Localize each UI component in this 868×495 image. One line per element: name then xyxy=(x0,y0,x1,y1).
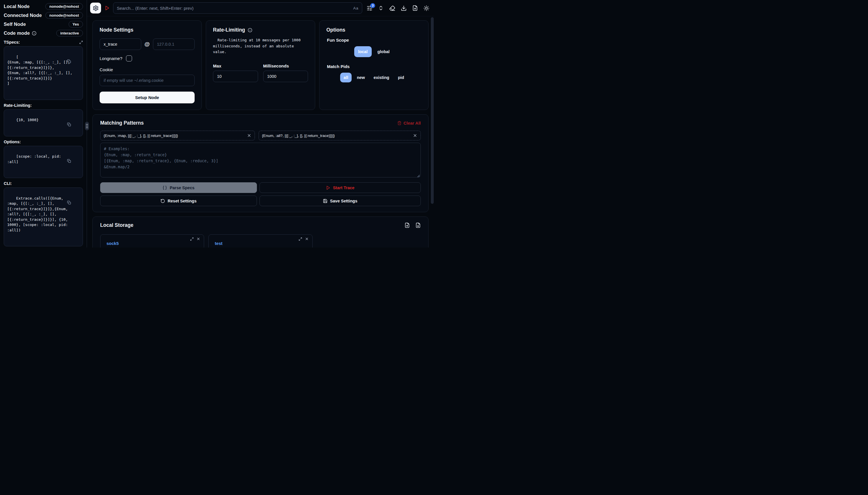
fun-scope-option-local[interactable]: local xyxy=(354,46,372,57)
rate-limiting-card: Rate-Limiting Rate-limiting at 10 messag… xyxy=(206,20,315,110)
collapse-expand-button[interactable] xyxy=(378,5,384,11)
node-host-row: @ xyxy=(100,38,195,50)
storage-item-name[interactable]: sock5 xyxy=(106,241,201,246)
filters-button[interactable]: 3 xyxy=(367,5,372,11)
code-mode-row: Code mode interactive xyxy=(4,30,83,37)
pattern-chip: {Enum, :map, [{[:_, :_], [], [{:return_t… xyxy=(100,131,255,140)
chevrons-up-down-icon xyxy=(378,5,384,11)
export-storage-button[interactable] xyxy=(415,223,421,228)
match-pids-option-existing[interactable]: existing xyxy=(370,73,393,82)
match-pids-option-all[interactable]: all xyxy=(340,73,352,82)
longname-row: Longname? xyxy=(100,55,195,62)
theme-toggle-button[interactable] xyxy=(423,5,429,11)
close-icon[interactable] xyxy=(247,133,251,138)
filter-count-badge: 3 xyxy=(370,3,375,8)
rate-code: {10, 1000} xyxy=(16,118,38,122)
parse-specs-button[interactable]: Parse Specs xyxy=(100,182,257,193)
match-pids-option-new[interactable]: new xyxy=(353,73,368,82)
pattern-editor-wrap xyxy=(100,143,421,178)
milliseconds-input[interactable] xyxy=(263,71,308,82)
main-area: Aa 3 xyxy=(87,0,434,248)
rate-codeblock: {10, 1000} xyxy=(4,109,83,136)
file-upload-button[interactable] xyxy=(412,5,418,11)
tspecs-codeblock: [ {Enum, :map, [{[:_, :_], [], [{:return… xyxy=(4,46,83,100)
connected-node-row: Connected Node nonode@nohost xyxy=(4,12,83,19)
clear-button[interactable] xyxy=(389,5,395,11)
match-pids-segments: all new existing pid xyxy=(326,73,421,82)
file-down-icon xyxy=(415,223,421,228)
local-storage-header: Local Storage xyxy=(100,222,421,228)
sun-icon xyxy=(423,5,429,11)
sidebar-resize-handle[interactable] xyxy=(85,122,89,130)
start-trace-button[interactable]: Start Trace xyxy=(259,182,421,193)
import-storage-button[interactable] xyxy=(404,223,410,228)
options-section-label: Options: xyxy=(4,139,83,144)
matching-patterns-card: Matching Patterns Clear All {Enum, :map,… xyxy=(92,114,429,212)
tspecs-label: TSpecs: xyxy=(4,40,20,45)
play-icon xyxy=(104,5,110,11)
cookie-label: Cookie xyxy=(100,67,195,72)
resize-grip-icon[interactable] xyxy=(417,174,420,177)
storage-item-name[interactable]: test xyxy=(215,241,309,246)
download-button[interactable] xyxy=(401,5,407,11)
self-node-label: Self Node xyxy=(4,21,26,27)
longname-checkbox[interactable] xyxy=(126,55,132,62)
fun-scope-option-global[interactable]: global xyxy=(374,46,394,57)
save-settings-button[interactable]: Save Settings xyxy=(259,195,421,206)
expand-icon[interactable] xyxy=(190,237,194,241)
copy-icon[interactable] xyxy=(67,190,80,215)
expand-icon[interactable] xyxy=(298,237,302,241)
gear-icon xyxy=(93,5,99,11)
storage-item: sock5 Saved: 4/15/2026, 6:07:58 PM xyxy=(100,234,204,248)
longname-label: Longname? xyxy=(100,56,122,61)
options-codeblock: [scope: :local, pid: :all] xyxy=(4,146,83,178)
settings-toggle-button[interactable] xyxy=(90,3,101,14)
rate-limiting-fields: Max Milliseconds xyxy=(213,64,308,82)
node-name-input[interactable] xyxy=(100,38,141,50)
copy-icon[interactable] xyxy=(67,49,80,74)
matching-patterns-buttons: Parse Specs Start Trace Reset Settings xyxy=(100,182,421,206)
local-node-row: Local Node nonode@nohost xyxy=(4,3,83,10)
milliseconds-field: Milliseconds xyxy=(263,64,308,82)
clear-all-button[interactable]: Clear All xyxy=(397,121,421,125)
code-mode-badge: interactive xyxy=(56,30,83,36)
match-pids-label: Match Pids xyxy=(326,64,421,69)
info-icon[interactable] xyxy=(32,31,36,36)
copy-icon[interactable] xyxy=(67,112,80,137)
setup-node-button[interactable]: Setup Node xyxy=(100,91,195,103)
run-trace-icon-button[interactable] xyxy=(104,5,110,11)
close-icon[interactable] xyxy=(413,133,417,138)
info-icon[interactable] xyxy=(248,28,252,32)
close-icon[interactable] xyxy=(305,237,309,241)
cli-section-label: CLI: xyxy=(4,181,83,186)
at-separator: @ xyxy=(144,41,150,47)
scrollbar-thumb[interactable] xyxy=(431,17,434,204)
self-node-badge: Yes xyxy=(69,21,83,28)
file-up-icon xyxy=(404,223,410,228)
match-pids-option-pid[interactable]: pid xyxy=(394,73,407,82)
rate-limiting-title-text: Rate-Limiting xyxy=(213,27,245,33)
match-case-toggle[interactable]: Aa xyxy=(353,6,359,10)
code-mode-text: Code mode xyxy=(4,31,30,36)
matching-patterns-header: Matching Patterns Clear All xyxy=(100,120,421,126)
search-input[interactable] xyxy=(117,6,351,11)
tspecs-section-label: TSpecs: xyxy=(4,40,83,45)
rate-section-label: Rate-Limiting: xyxy=(4,103,83,108)
expand-icon[interactable] xyxy=(79,40,83,44)
scrollbar[interactable] xyxy=(431,16,434,248)
fun-scope-label: Fun Scope xyxy=(326,38,421,42)
reset-settings-button[interactable]: Reset Settings xyxy=(100,195,257,206)
copy-icon[interactable] xyxy=(67,148,80,174)
max-input[interactable] xyxy=(213,71,258,82)
host-input[interactable] xyxy=(153,38,195,50)
pattern-editor[interactable] xyxy=(100,143,421,177)
options-code: [scope: :local, pid: :all] xyxy=(7,154,64,164)
node-settings-title: Node Settings xyxy=(100,27,195,33)
max-field: Max xyxy=(213,64,258,82)
cookie-input[interactable] xyxy=(100,75,195,86)
close-icon[interactable] xyxy=(196,237,201,241)
save-icon xyxy=(323,199,328,203)
self-node-row: Self Node Yes xyxy=(4,21,83,28)
connected-node-badge: nonode@nohost xyxy=(45,12,83,19)
rate-limiting-description: Rate-limiting at 10 messages per 1000 mi… xyxy=(213,37,308,55)
